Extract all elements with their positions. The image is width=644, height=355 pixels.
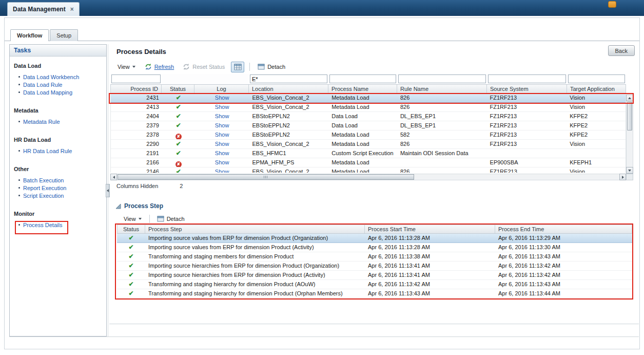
scroll-up-button[interactable] [626, 95, 633, 101]
task-item[interactable]: Data Load Mapping [14, 88, 102, 96]
filter-source-system-input[interactable] [488, 74, 566, 83]
process-step-row[interactable]: ✔ ✘ Importing source values from ERP for… [117, 234, 632, 243]
success-icon: ✔ [176, 168, 181, 173]
filter-location-input[interactable] [250, 74, 327, 83]
column-header-target-application[interactable]: Target Application [567, 85, 626, 93]
task-item[interactable]: Metadata Rule [14, 118, 102, 125]
vertical-scroll-thumb[interactable] [627, 102, 632, 130]
view-menu-button[interactable]: View [114, 63, 139, 71]
process-step-view-menu-button[interactable]: View [121, 215, 145, 223]
panel-collapse-button[interactable] [106, 184, 110, 197]
horizontal-scrollbar[interactable] [110, 174, 626, 180]
process-details-row[interactable]: 2378 ✔ ✘ Show EBStoEPPLN2 Metadata Load … [111, 130, 626, 140]
refresh-button[interactable]: Refresh [142, 62, 177, 71]
process-step-row[interactable]: ✔ ✘ Transforming and staging members for… [117, 252, 632, 261]
show-log-link[interactable]: Show [215, 104, 229, 110]
task-item[interactable]: HR Data Load Rule [14, 147, 102, 155]
process-step-detach-button[interactable]: Detach [154, 215, 187, 223]
task-item[interactable]: Script Execution [14, 192, 102, 199]
column-header-source-system[interactable]: Source System [487, 85, 567, 93]
process-step-row[interactable]: ✔ ✘ Importing source hierarchies from ER… [117, 271, 632, 280]
filter-process-name-input[interactable] [329, 74, 396, 83]
process-details-row[interactable]: 2379 ✔ ✘ Show EBStoEPPLN2 Data Load DL_E… [111, 121, 626, 130]
column-header-rule-name[interactable]: Rule Name [397, 85, 487, 93]
process-name-cell: Metadata Load [328, 94, 397, 102]
task-items: HR Data Load Rule [14, 147, 102, 155]
tasks-panel: Tasks Data Load Data Load Workbench Data… [9, 44, 107, 337]
column-header-process-step[interactable]: Process Step [145, 225, 365, 233]
scroll-down-button[interactable] [626, 167, 633, 174]
column-header-process-start-time[interactable]: Process Start Time [365, 225, 495, 233]
process-details-row[interactable]: 2404 ✔ ✘ Show EBStoEPPLN2 Data Load DL_E… [111, 112, 626, 121]
task-item[interactable]: Data Load Rule [14, 81, 102, 88]
location-cell: EBS_Vision_Concat_2 [249, 140, 329, 148]
filter-process-id-input[interactable] [111, 74, 161, 83]
task-link[interactable]: Data Load Rule [23, 82, 62, 88]
task-link[interactable]: Data Load Workbench [23, 74, 79, 80]
reset-status-button[interactable]: Reset Status [180, 62, 227, 71]
show-log-link[interactable]: Show [215, 169, 229, 173]
task-item[interactable]: Data Load Workbench [14, 73, 102, 81]
detach-button[interactable]: Detach [255, 63, 288, 71]
process-details-row[interactable]: 2431 ✔ ✘ Show EBS_Vision_Concat_2 Metada… [111, 94, 626, 103]
rule-name-cell: DL_EBS_EP1 [397, 121, 487, 130]
column-header-process-id[interactable]: Process ID [110, 85, 162, 93]
process-details-row[interactable]: 2146 ✔ ✘ Show EBS_Vision_Concat_2 Metada… [111, 167, 626, 173]
process-details-row[interactable]: 2413 ✔ ✘ Show EBS_Vision_Concat_2 Metada… [111, 103, 626, 112]
process-details-row[interactable]: 2191 ✔ ✘ Show EBS_HFMC1 Custom Script Ex… [111, 149, 626, 158]
column-header-status[interactable]: Status [162, 85, 194, 93]
process-step-row[interactable]: ✔ ✘ Transforming and staging hierarchy f… [117, 280, 632, 289]
task-section: Data Load Data Load Workbench Data Load … [14, 63, 102, 96]
close-icon[interactable]: × [70, 6, 74, 13]
arrow-down-icon [628, 170, 631, 172]
task-item[interactable]: Report Execution [14, 184, 102, 192]
column-header-log[interactable]: Log [194, 85, 249, 93]
process-details-row[interactable]: 2290 ✔ ✘ Show EBS_Vision_Concat_2 Metada… [111, 140, 626, 149]
back-button[interactable]: Back [608, 45, 635, 56]
show-log-link[interactable]: Show [215, 141, 229, 147]
scroll-right-button[interactable] [619, 174, 626, 180]
vertical-scrollbar[interactable] [626, 95, 633, 174]
task-link[interactable]: Process Details [23, 222, 62, 228]
location-cell: EBS_Vision_Concat_2 [249, 167, 329, 173]
scroll-left-button[interactable] [110, 174, 117, 180]
process-details-row[interactable]: 2166 ✔ ✘ Show EPMA_HFM_PS Metadata Load … [111, 158, 626, 167]
column-header-location[interactable]: Location [249, 85, 328, 93]
tab-setup[interactable]: Setup [50, 29, 78, 41]
task-link[interactable]: Script Execution [23, 193, 64, 199]
tab-data-management[interactable]: Data Management × [7, 2, 80, 16]
show-log-link[interactable]: Show [215, 150, 229, 156]
column-header-process-name[interactable]: Process Name [328, 85, 397, 93]
filter-rule-name-input[interactable] [398, 74, 486, 83]
process-name-cell: Data Load [328, 112, 397, 121]
process-end-time-cell: Apr 6, 2016 11:13:30 AM [495, 243, 632, 252]
process-step-row[interactable]: ✔ ✘ Importing source hierarchies from ER… [117, 261, 632, 271]
process-details-table: Process ID Status Log Location Process N… [110, 74, 626, 173]
step-status-cell: ✔ ✘ [117, 243, 145, 252]
show-log-link[interactable]: Show [215, 113, 229, 119]
task-link[interactable]: Data Load Mapping [23, 89, 72, 96]
task-link[interactable]: Metadata Rule [23, 119, 60, 125]
task-item[interactable]: Batch Execution [14, 176, 102, 184]
filter-target-application-input[interactable] [568, 74, 625, 83]
column-header-step-status[interactable]: Status [117, 225, 145, 233]
horizontal-scroll-track[interactable] [117, 174, 619, 180]
tab-workflow[interactable]: Workflow [10, 29, 49, 41]
column-header-process-end-time[interactable]: Process End Time [495, 225, 632, 233]
notification-icon[interactable] [608, 1, 616, 8]
collapse-triangle-icon[interactable] [115, 203, 121, 209]
horizontal-scroll-thumb[interactable] [118, 174, 414, 180]
show-log-link[interactable]: Show [215, 95, 229, 101]
show-log-link[interactable]: Show [215, 159, 229, 165]
vertical-scroll-track[interactable] [626, 101, 633, 167]
show-log-link[interactable]: Show [215, 132, 229, 138]
task-link[interactable]: HR Data Load Rule [23, 148, 72, 154]
task-link[interactable]: Report Execution [23, 185, 66, 191]
show-log-link[interactable]: Show [215, 122, 229, 128]
query-by-example-button[interactable] [231, 62, 244, 72]
task-item[interactable]: Process Details [14, 221, 102, 229]
process-step-row[interactable]: ✔ ✘ Transforming and staging hierarchy f… [117, 289, 632, 298]
task-link[interactable]: Batch Execution [23, 177, 64, 183]
process-step-row[interactable]: ✔ ✘ Importing source values from ERP for… [117, 243, 632, 252]
filter-log-spacer [194, 74, 249, 84]
